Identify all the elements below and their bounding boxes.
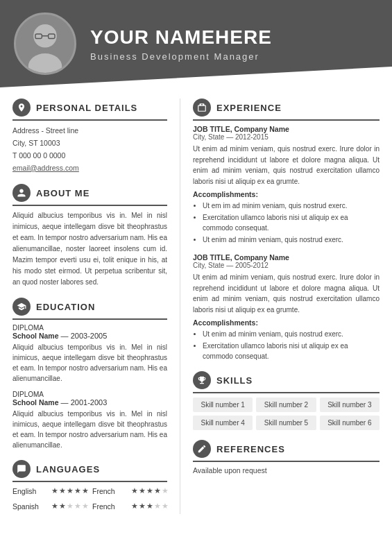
languages-grid: English ★★★★★ French ★★★★★ Spanish ★★★★★… xyxy=(12,486,167,514)
exp-text-1: Ut enim ad minim veniam, quis nostrud ex… xyxy=(193,144,380,187)
personal-details-section: PERSONAL DETAILS xyxy=(12,99,167,121)
about-me-section: ABOUT ME xyxy=(12,184,167,206)
skills-section: SKILLS xyxy=(193,371,380,393)
skills-grid: Skill number 1 Skill number 2 Skill numb… xyxy=(193,398,380,430)
acc-list-2: Ut enim ad minim veniam, quis nostrud ex… xyxy=(193,329,380,361)
personal-details-content: Address - Street line City, ST 10003 T 0… xyxy=(12,125,167,174)
about-me-title: ABOUT ME xyxy=(36,188,90,198)
address-line1: Address - Street line xyxy=(12,125,167,137)
references-text: Available upon request xyxy=(193,466,380,475)
pencil-icon xyxy=(193,440,211,458)
skill-2: Skill number 2 xyxy=(256,398,316,412)
languages-section: LANGUAGES xyxy=(12,460,167,482)
lang-english: English ★★★★★ xyxy=(12,486,90,495)
edu-text-2: Aliquid albucius temporibus vis in. Mel … xyxy=(12,409,167,450)
header: YOUR NAMEHERE Business Development Manag… xyxy=(0,0,392,87)
education-title: EDUCATION xyxy=(36,302,95,312)
phone: T 000 00 0 0000 xyxy=(12,150,167,162)
header-title: Business Development Manager xyxy=(90,51,272,62)
speech-icon xyxy=(12,460,31,478)
experience-entry-1: JOB TITLE, Company Name City, State — 20… xyxy=(193,125,380,245)
acc-item: Exercitation ullamco laboris nisi ut ali… xyxy=(203,341,380,361)
education-entry-1: DIPLOMA School Name — 2003-2005 Aliquid … xyxy=(12,324,167,384)
exp-job-2: JOB TITLE, Company Name xyxy=(193,253,380,262)
location-icon xyxy=(12,99,31,117)
education-section: EDUCATION xyxy=(12,298,167,320)
about-me-text: Aliquid albucius temporibus vis in. Mel … xyxy=(12,210,167,288)
acc-title-1: Accomplishments: xyxy=(193,190,380,198)
exp-text-2: Ut enim ad minim veniam, quis nostrud ex… xyxy=(193,272,380,315)
acc-item: Ut enim ad minim veniam, quis nostrud ex… xyxy=(203,329,380,339)
person-icon xyxy=(12,184,31,202)
acc-item: Ut enim ad minim veniam, quis nostrud ex… xyxy=(203,234,380,245)
address-line2: City, ST 10003 xyxy=(12,137,167,150)
personal-details-title: PERSONAL DETAILS xyxy=(36,103,137,113)
exp-company-2: City, State — 2005-2012 xyxy=(193,262,380,269)
body: PERSONAL DETAILS Address - Street line C… xyxy=(0,87,392,525)
skill-4: Skill number 4 xyxy=(193,416,253,430)
references-title: REFERENCES xyxy=(216,444,285,454)
edu-degree-1: DIPLOMA xyxy=(12,324,167,332)
acc-item: Ut em im ad minim veniam, quis nostrud e… xyxy=(203,200,380,211)
left-column: PERSONAL DETAILS Address - Street line C… xyxy=(0,99,180,514)
skill-3: Skill number 3 xyxy=(320,398,380,412)
edu-school-1: School Name — 2003-2005 xyxy=(12,332,167,340)
skill-1: Skill number 1 xyxy=(193,398,253,412)
skills-title: SKILLS xyxy=(216,375,253,386)
email[interactable]: email@address.com xyxy=(12,162,167,175)
experience-title: EXPERIENCE xyxy=(216,103,282,113)
skill-5: Skill number 5 xyxy=(256,416,316,430)
languages-title: LANGUAGES xyxy=(36,464,100,475)
lang-spanish: Spanish ★★★★★ xyxy=(12,502,90,511)
acc-item: Exercitation ullamco laboris nisi ut ali… xyxy=(203,212,380,233)
header-text: YOUR NAMEHERE Business Development Manag… xyxy=(90,26,272,62)
edu-school-2: School Name — 2001-2003 xyxy=(12,398,167,407)
acc-title-2: Accomplishments: xyxy=(193,318,380,327)
edu-degree-2: DIPLOMA xyxy=(12,391,167,398)
lang-french-2: French ★★★★★ xyxy=(92,502,169,511)
edu-text-1: Aliquid albucius temporibus vis in. Mel … xyxy=(12,342,167,384)
exp-job-1: JOB TITLE, Company Name xyxy=(193,125,380,133)
right-column: EXPERIENCE JOB TITLE, Company Name City,… xyxy=(180,99,392,514)
experience-section: EXPERIENCE xyxy=(193,99,380,121)
references-section: REFERENCES xyxy=(193,440,380,462)
skill-6: Skill number 6 xyxy=(320,416,380,430)
lang-french-1: French ★★★★★ xyxy=(92,486,169,495)
exp-company-1: City, State — 2012-2015 xyxy=(193,133,380,141)
experience-entry-2: JOB TITLE, Company Name City, State — 20… xyxy=(193,253,380,361)
education-icon xyxy=(12,298,31,316)
education-entry-2: DIPLOMA School Name — 2001-2003 Aliquid … xyxy=(12,391,167,450)
briefcase-icon xyxy=(193,99,211,117)
header-name: YOUR NAMEHERE xyxy=(90,26,272,49)
acc-list-1: Ut em im ad minim veniam, quis nostrud e… xyxy=(193,200,380,245)
avatar xyxy=(14,12,76,75)
trophy-icon xyxy=(193,371,211,389)
